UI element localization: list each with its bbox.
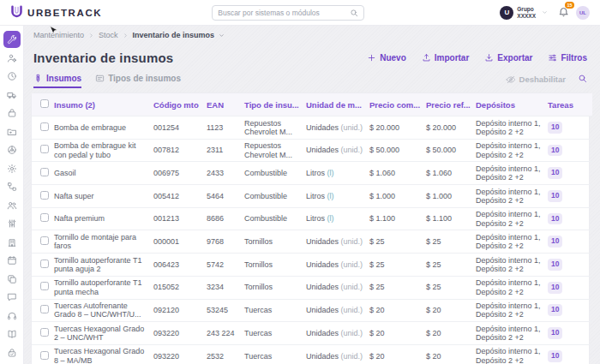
tab-insumos[interactable]: Insumos <box>33 74 81 88</box>
cell-depositos: Depósito interno 1, Depósito 2 +2 <box>476 344 548 364</box>
sidebar-item-folder[interactable] <box>3 123 21 140</box>
group-selector[interactable]: U Grupo XXXXX <box>500 6 548 20</box>
sidebar-nav <box>0 26 24 364</box>
table-body: Bomba de embrague0012541123Repuestos Che… <box>32 116 592 364</box>
sidebar-item-book[interactable] <box>3 325 21 343</box>
sidebar-item-chat[interactable] <box>3 289 21 306</box>
avatar[interactable]: UL <box>576 6 590 20</box>
row-checkbox[interactable] <box>40 328 49 337</box>
tareas-badge[interactable]: 10 <box>548 236 562 248</box>
tareas-badge[interactable]: 10 <box>548 167 562 179</box>
sidebar-item-users[interactable] <box>3 197 21 214</box>
cell-depositos: Depósito interno 1, Depósito 2 +2 <box>476 254 548 277</box>
exportar-button[interactable]: Exportar <box>484 53 532 63</box>
row-checkbox[interactable] <box>40 305 49 313</box>
tab-tipos-de-insumos[interactable]: Tipos de insumos <box>95 74 181 88</box>
cell-codigo: 006975 <box>153 162 207 185</box>
cell-precio-ref: $ 50.000 <box>426 139 476 162</box>
cell-tareas: 10 <box>548 230 592 254</box>
cell-codigo: 001213 <box>153 207 207 230</box>
sidebar-item-wheel[interactable] <box>3 141 21 158</box>
column-header: Precio ref... <box>426 93 476 116</box>
global-search <box>212 5 364 21</box>
cell-tareas: 10 <box>548 299 592 322</box>
row-checkbox[interactable] <box>40 191 49 200</box>
row-checkbox[interactable] <box>40 282 49 290</box>
cell-insumo: Tuercas Hexagonal Grado 2 – UNC/WHT <box>54 322 153 345</box>
page-actions: NuevoImportarExportarFiltros <box>367 53 587 63</box>
sidebar-item-workflow[interactable] <box>3 178 21 195</box>
sidebar-item-copy[interactable] <box>3 271 21 288</box>
chevron-right-icon <box>88 33 94 39</box>
sidebar-item-tune[interactable] <box>3 215 21 232</box>
tareas-badge[interactable]: 10 <box>548 190 562 202</box>
cell-ean: 243 224 <box>207 322 244 345</box>
chevron-down-icon <box>219 33 225 39</box>
nuevo-button[interactable]: Nuevo <box>367 53 406 63</box>
calendar-icon <box>7 255 17 266</box>
screw-icon <box>33 74 43 83</box>
folder-icon <box>7 127 17 137</box>
filtros-button[interactable]: Filtros <box>548 53 587 63</box>
tareas-badge[interactable]: 10 <box>548 259 562 271</box>
global-search-input[interactable] <box>218 9 346 17</box>
tareas-badge[interactable]: 10 <box>548 122 562 134</box>
importar-button[interactable]: Importar <box>422 53 470 63</box>
workflow-icon <box>7 182 17 192</box>
tareas-badge[interactable]: 10 <box>548 304 562 316</box>
cell-unidad: Unidades (unid.) <box>306 344 369 364</box>
cell-tareas: 10 <box>548 139 592 162</box>
cell-tipo: Combustible <box>244 185 306 208</box>
sidebar-item-bag-check[interactable] <box>3 344 21 361</box>
sidebar-item-calendar[interactable] <box>3 252 21 269</box>
tareas-badge[interactable]: 10 <box>548 350 562 362</box>
cell-precio-ref: $ 1.100 <box>426 207 476 230</box>
gear-icon <box>7 164 17 174</box>
row-checkbox[interactable] <box>40 351 49 360</box>
tareas-badge[interactable]: 10 <box>548 327 562 339</box>
sidebar-item-headset[interactable] <box>3 307 21 325</box>
brand-logo[interactable]: URBETRACK <box>10 5 102 20</box>
row-checkbox[interactable] <box>40 145 49 153</box>
notifications-button[interactable]: 15 <box>558 5 569 21</box>
sidebar-item-user-settings[interactable] <box>3 50 21 67</box>
row-checkbox[interactable] <box>40 213 49 222</box>
sidebar-item-truck[interactable] <box>3 87 21 104</box>
card-list-icon <box>95 74 105 83</box>
breadcrumb-item[interactable]: Mantenimiento <box>33 31 84 39</box>
column-header: Precio com... <box>369 93 426 116</box>
cell-unidad: Unidades (unid.) <box>306 299 369 322</box>
cell-insumo: Gasoil <box>54 162 153 185</box>
cell-tareas: 10 <box>548 254 592 277</box>
tareas-badge[interactable]: 10 <box>548 282 562 294</box>
cell-tareas: 10 <box>548 207 592 230</box>
row-checkbox[interactable] <box>40 122 49 131</box>
row-checkbox[interactable] <box>40 260 49 268</box>
row-checkbox[interactable] <box>40 236 49 245</box>
search-icon[interactable] <box>350 9 358 17</box>
sidebar-item-tools[interactable] <box>3 31 21 48</box>
cell-unidad: Unidades (unid.) <box>306 276 369 299</box>
sidebar-item-clock[interactable] <box>3 68 21 85</box>
sidebar-item-building[interactable] <box>3 234 21 251</box>
row-checkbox[interactable] <box>40 168 49 176</box>
cell-ean: 2311 <box>207 139 244 162</box>
table-search-button[interactable] <box>578 73 587 86</box>
select-all-checkbox[interactable] <box>40 99 49 108</box>
clock-icon <box>7 71 17 81</box>
cell-precio-compra: $ 20.000 <box>369 116 426 140</box>
cell-depositos: Depósito interno 1, Depósito 2 +2 <box>476 185 548 208</box>
cell-unidad: Unidades (unid.) <box>306 322 369 345</box>
cell-unidad: Litros (l) <box>306 185 369 208</box>
sidebar-item-bag[interactable] <box>3 104 21 122</box>
breadcrumb-item[interactable]: Inventario de insumos <box>133 31 215 39</box>
breadcrumb-caret[interactable] <box>219 33 225 39</box>
column-header: Insumo (2) <box>54 93 153 116</box>
urbetrack-logo-icon <box>10 5 23 20</box>
sidebar-item-gear[interactable] <box>3 160 21 177</box>
tareas-badge[interactable]: 10 <box>548 145 562 157</box>
disable-button[interactable]: Deshabilitar <box>506 75 566 85</box>
breadcrumb-separator <box>123 33 129 39</box>
breadcrumb-item[interactable]: Stock <box>99 31 118 39</box>
tareas-badge[interactable]: 10 <box>548 213 562 225</box>
